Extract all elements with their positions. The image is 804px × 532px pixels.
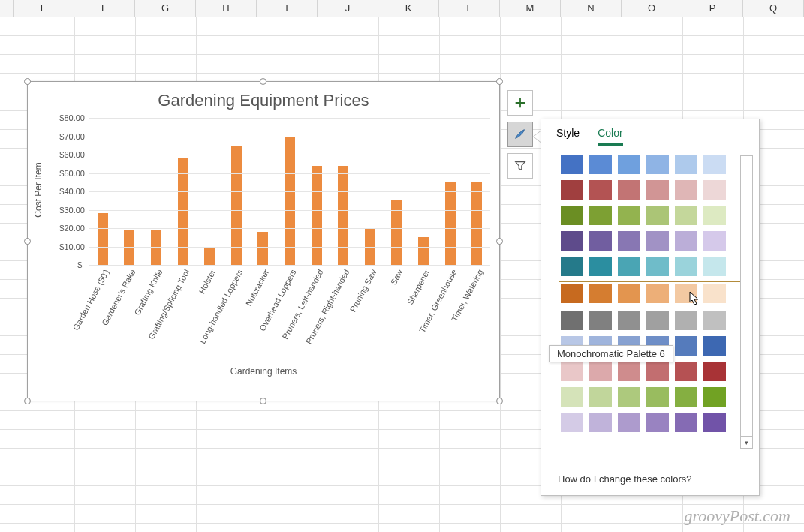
color-swatch[interactable]: [646, 257, 669, 276]
color-swatch[interactable]: [675, 284, 697, 303]
color-swatch[interactable]: [675, 311, 697, 330]
color-swatch[interactable]: [561, 206, 583, 225]
color-swatch[interactable]: [618, 413, 640, 432]
color-swatch[interactable]: [646, 362, 669, 381]
resize-handle[interactable]: [260, 78, 266, 85]
color-swatch[interactable]: [646, 413, 669, 432]
bar[interactable]: [285, 137, 295, 266]
color-swatch[interactable]: [561, 311, 583, 330]
resize-handle[interactable]: [24, 78, 31, 85]
column-header[interactable]: L: [439, 0, 500, 17]
color-swatch[interactable]: [646, 387, 669, 407]
color-swatch[interactable]: [561, 180, 583, 200]
chart-elements-button[interactable]: [507, 90, 533, 116]
color-swatch[interactable]: [561, 284, 583, 303]
resize-handle[interactable]: [496, 78, 503, 85]
column-header[interactable]: [0, 0, 14, 17]
color-swatch[interactable]: [618, 231, 640, 251]
color-swatch[interactable]: [589, 413, 612, 432]
color-swatch[interactable]: [561, 362, 583, 381]
palette-row[interactable]: [561, 231, 747, 251]
palette-row[interactable]: [561, 155, 747, 174]
column-header[interactable]: K: [378, 0, 439, 17]
bar[interactable]: [312, 166, 322, 265]
color-swatch[interactable]: [675, 362, 697, 381]
color-swatch[interactable]: [618, 180, 640, 200]
color-swatch[interactable]: [675, 413, 697, 432]
color-swatch[interactable]: [646, 206, 669, 225]
color-swatch[interactable]: [618, 284, 640, 303]
resize-handle[interactable]: [24, 398, 31, 404]
color-palette-list[interactable]: Monochromatic Palette 6: [541, 150, 759, 455]
bar[interactable]: [124, 230, 134, 265]
column-header[interactable]: P: [682, 0, 743, 17]
color-swatch[interactable]: [646, 311, 669, 330]
tab-color[interactable]: Color: [598, 127, 622, 146]
color-swatch[interactable]: [675, 257, 697, 276]
plot-area[interactable]: [89, 118, 490, 265]
color-swatch[interactable]: [589, 206, 612, 225]
color-swatch[interactable]: [703, 231, 726, 251]
bar[interactable]: [445, 182, 456, 265]
bar[interactable]: [151, 230, 161, 265]
palette-row[interactable]: [561, 387, 747, 407]
palette-row[interactable]: [561, 206, 747, 225]
column-header[interactable]: J: [318, 0, 378, 17]
palette-row[interactable]: [561, 180, 747, 200]
chart-styles-button[interactable]: [507, 122, 533, 147]
color-swatch[interactable]: [646, 231, 669, 251]
column-header[interactable]: F: [74, 0, 135, 17]
column-header[interactable]: N: [561, 0, 622, 17]
y-axis-title[interactable]: Cost Per Item: [33, 162, 44, 217]
color-swatch[interactable]: [675, 155, 697, 174]
resize-handle[interactable]: [496, 398, 503, 404]
bar[interactable]: [338, 166, 348, 265]
color-swatch[interactable]: [589, 180, 612, 200]
color-swatch[interactable]: [561, 155, 583, 174]
color-swatch[interactable]: [646, 284, 669, 303]
color-swatch[interactable]: [646, 180, 669, 200]
color-swatch[interactable]: [703, 206, 726, 225]
color-swatch[interactable]: [675, 387, 697, 407]
color-swatch[interactable]: [561, 413, 583, 432]
color-swatch[interactable]: [703, 362, 726, 381]
color-swatch[interactable]: [561, 231, 583, 251]
help-link[interactable]: How do I change these colors?: [558, 473, 692, 485]
color-swatch[interactable]: [703, 257, 726, 276]
color-swatch[interactable]: [703, 336, 726, 356]
column-header[interactable]: G: [135, 0, 196, 17]
color-swatch[interactable]: [589, 362, 612, 381]
color-swatch[interactable]: [675, 336, 697, 356]
color-swatch[interactable]: [703, 413, 726, 432]
color-swatch[interactable]: [589, 284, 612, 303]
color-swatch[interactable]: [589, 387, 612, 407]
color-swatch[interactable]: [618, 155, 640, 174]
color-swatch[interactable]: [703, 284, 726, 303]
color-swatch[interactable]: [618, 311, 640, 330]
color-swatch[interactable]: [561, 257, 583, 276]
color-swatch[interactable]: [589, 311, 612, 330]
palette-row[interactable]: [561, 257, 747, 276]
bar[interactable]: [98, 213, 108, 265]
color-swatch[interactable]: [618, 206, 640, 225]
x-axis-title[interactable]: Gardening Items: [28, 366, 499, 384]
bar[interactable]: [257, 232, 268, 265]
palette-row[interactable]: [559, 282, 747, 305]
color-swatch[interactable]: [675, 206, 697, 225]
scroll-down-button[interactable]: ▾: [740, 436, 753, 449]
scrollbar-rail[interactable]: [740, 155, 753, 449]
color-swatch[interactable]: [675, 180, 697, 200]
palette-row[interactable]: [561, 413, 747, 432]
column-header[interactable]: O: [622, 0, 682, 17]
bar[interactable]: [471, 182, 482, 265]
column-header[interactable]: M: [500, 0, 561, 17]
resize-handle[interactable]: [260, 398, 266, 404]
chart-title[interactable]: Gardening Equipment Prices: [28, 82, 499, 115]
bar[interactable]: [418, 237, 429, 265]
column-header[interactable]: H: [196, 0, 257, 17]
color-swatch[interactable]: [618, 362, 640, 381]
color-swatch[interactable]: [618, 387, 640, 407]
embedded-chart[interactable]: Gardening Equipment Prices Cost Per Item…: [27, 81, 500, 401]
column-header[interactable]: Q: [743, 0, 804, 17]
color-swatch[interactable]: [703, 387, 726, 407]
